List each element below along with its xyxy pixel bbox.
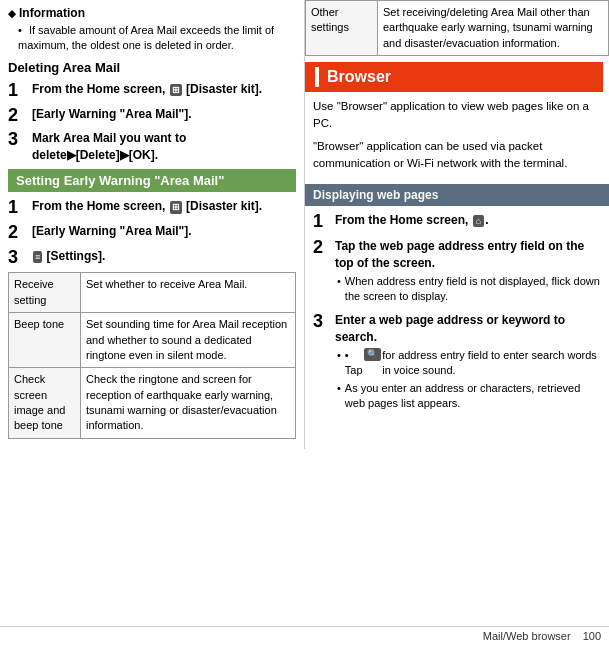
deleting-heading: Deleting Area Mail bbox=[8, 60, 296, 75]
right-step-num: 1 bbox=[313, 212, 329, 232]
set-step3-num: 3 bbox=[8, 248, 26, 268]
set-step3-text: ≡ [Settings]. bbox=[32, 248, 296, 265]
right-step-row: 2Tap the web page address entry field on… bbox=[313, 238, 601, 306]
mic-icon: 🔍 bbox=[364, 348, 381, 361]
table-cell-value: Check the ringtone and screen for recept… bbox=[81, 368, 296, 439]
right-step-bullets: When address entry field is not displaye… bbox=[337, 274, 601, 305]
right-steps: 1From the Home screen, ⌂.2Tap the web pa… bbox=[305, 212, 609, 413]
right-step-num: 2 bbox=[313, 238, 329, 258]
setting-heading: Setting Early Warning "Area Mail" bbox=[8, 169, 296, 192]
table-cell-label: Other settings bbox=[306, 1, 378, 56]
right-step-bold: From the Home screen, ⌂. bbox=[335, 212, 601, 229]
del-step3: 3 Mark Area Mail you want to delete▶[Del… bbox=[8, 130, 296, 164]
right-step-row: 1From the Home screen, ⌂. bbox=[313, 212, 601, 232]
table-cell-value: Set whether to receive Area Mail. bbox=[81, 273, 296, 313]
table-cell-label: Receive setting bbox=[9, 273, 81, 313]
set-step1-num: 1 bbox=[8, 198, 26, 218]
del-step2-text: [Early Warning "Area Mail"]. bbox=[32, 106, 296, 123]
table-row: Other settingsSet receiving/deleting Are… bbox=[306, 1, 609, 56]
info-bullet: If savable amount of Area Mail exceeds t… bbox=[18, 23, 296, 54]
right-step-bold: Enter a web page address or keyword to s… bbox=[335, 312, 601, 346]
list-item: When address entry field is not displaye… bbox=[337, 274, 601, 305]
set-step2-num: 2 bbox=[8, 223, 26, 243]
display-web-heading: Displaying web pages bbox=[305, 184, 609, 206]
del-step2-num: 2 bbox=[8, 106, 26, 126]
info-heading-text: Information bbox=[19, 6, 85, 20]
set-home-icon: ⊞ bbox=[170, 201, 182, 214]
home-screen-icon: ⊞ bbox=[170, 84, 182, 97]
browser-heading: Browser bbox=[305, 62, 603, 92]
set-step2-text: [Early Warning "Area Mail"]. bbox=[32, 223, 296, 240]
right-column: Other settingsSet receiving/deleting Are… bbox=[305, 0, 609, 449]
del-step3-text: Mark Area Mail you want to delete▶[Delet… bbox=[32, 130, 296, 164]
footer: Mail/Web browser 100 bbox=[0, 626, 609, 645]
right-step-bullets: • Tap 🔍 for address entry field to enter… bbox=[337, 348, 601, 412]
table-row: Receive settingSet whether to receive Ar… bbox=[9, 273, 296, 313]
set-step3: 3 ≡ [Settings]. bbox=[8, 248, 296, 268]
menu-icon: ≡ bbox=[33, 251, 42, 264]
right-step-content: Enter a web page address or keyword to s… bbox=[335, 312, 601, 413]
set-step1: 1 From the Home screen, ⊞ [Disaster kit]… bbox=[8, 198, 296, 218]
table-cell-value: Set sounding time for Area Mail receptio… bbox=[81, 313, 296, 368]
left-column: Information If savable amount of Area Ma… bbox=[0, 0, 305, 449]
info-heading: Information bbox=[8, 6, 296, 20]
table-cell-label: Beep tone bbox=[9, 313, 81, 368]
footer-label: Mail/Web browser bbox=[483, 630, 571, 642]
other-settings-table: Other settingsSet receiving/deleting Are… bbox=[305, 0, 609, 56]
browser-para2: "Browser" application can be used via pa… bbox=[313, 138, 601, 173]
browser-para1: Use "Browser" application to view web pa… bbox=[313, 98, 601, 133]
settings-table: Receive settingSet whether to receive Ar… bbox=[8, 272, 296, 439]
del-step2: 2 [Early Warning "Area Mail"]. bbox=[8, 106, 296, 126]
del-step1-num: 1 bbox=[8, 81, 26, 101]
info-bullet-text: If savable amount of Area Mail exceeds t… bbox=[18, 24, 274, 51]
del-step1-text: From the Home screen, ⊞ [Disaster kit]. bbox=[32, 81, 296, 98]
browser-body: Use "Browser" application to view web pa… bbox=[305, 98, 609, 178]
del-step1: 1 From the Home screen, ⊞ [Disaster kit]… bbox=[8, 81, 296, 101]
table-cell-value: Set receiving/deleting Area Mail other t… bbox=[378, 1, 609, 56]
right-step-bold: Tap the web page address entry field on … bbox=[335, 238, 601, 272]
home-icon: ⌂ bbox=[473, 215, 484, 228]
right-step-num: 3 bbox=[313, 312, 329, 332]
set-step2: 2 [Early Warning "Area Mail"]. bbox=[8, 223, 296, 243]
list-item: As you enter an address or characters, r… bbox=[337, 381, 601, 412]
footer-page: 100 bbox=[583, 630, 601, 642]
right-step-content: From the Home screen, ⌂. bbox=[335, 212, 601, 229]
del-step3-num: 3 bbox=[8, 130, 26, 150]
set-step1-text: From the Home screen, ⊞ [Disaster kit]. bbox=[32, 198, 296, 215]
table-row: Beep toneSet sounding time for Area Mail… bbox=[9, 313, 296, 368]
list-item: • Tap 🔍 for address entry field to enter… bbox=[337, 348, 601, 379]
right-step-row: 3Enter a web page address or keyword to … bbox=[313, 312, 601, 413]
deleting-heading-text: Deleting Area Mail bbox=[8, 60, 120, 75]
table-cell-label: Check screen image and beep tone bbox=[9, 368, 81, 439]
right-step-content: Tap the web page address entry field on … bbox=[335, 238, 601, 306]
table-row: Check screen image and beep toneCheck th… bbox=[9, 368, 296, 439]
